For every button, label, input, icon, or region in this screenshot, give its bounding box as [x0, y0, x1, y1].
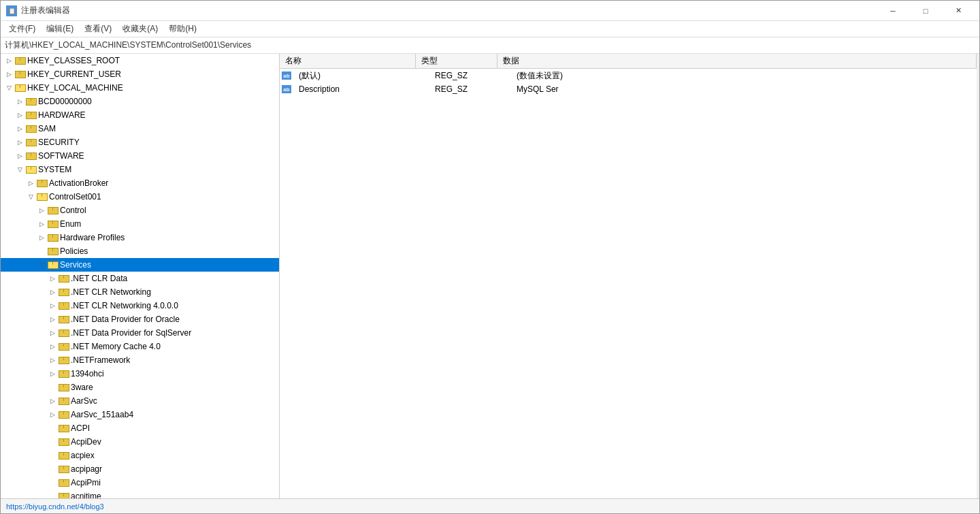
label-netframework: .NETFramework — [71, 355, 130, 365]
tree-item-netclrnet[interactable]: ▷ .NET CLR Networking — [1, 285, 279, 299]
menu-bar: 文件(F) 编辑(E) 查看(V) 收藏夹(A) 帮助(H) — [1, 21, 979, 37]
tree-item-acpipmi[interactable]: AcpiPmi — [1, 476, 279, 489]
label-software: SOFTWARE — [38, 151, 84, 161]
label-activationbroker: ActivationBroker — [49, 178, 108, 188]
expander-system[interactable]: ▽ — [14, 166, 25, 173]
tree-item-acpidev[interactable]: AcpiDev — [1, 435, 279, 449]
expander-activationbroker[interactable]: ▷ — [25, 180, 36, 187]
tree-item-policies[interactable]: Policies — [1, 244, 279, 258]
folder-icon-netmemcache — [58, 342, 69, 351]
menu-help[interactable]: 帮助(H) — [163, 22, 202, 36]
tree-item-enum[interactable]: ▷ Enum — [1, 217, 279, 231]
expander-hkcu[interactable]: ▷ — [3, 71, 14, 78]
folder-icon-3ware — [58, 383, 69, 392]
minimize-button[interactable]: ─ — [877, 1, 909, 21]
tree-item-hkcu[interactable]: ▷ HKEY_CURRENT_USER — [1, 67, 279, 81]
reg-row-default[interactable]: ab (默认) REG_SZ (数值未设置) — [280, 69, 977, 82]
expander-1394ohci[interactable]: ▷ — [47, 370, 58, 377]
right-edge-splitter[interactable] — [977, 54, 979, 498]
expander-hklm[interactable]: ▽ — [3, 84, 14, 91]
tree-item-acpi[interactable]: ACPI — [1, 421, 279, 435]
expander-netclrnet4[interactable]: ▷ — [47, 302, 58, 309]
tree-item-system[interactable]: ▽ SYSTEM — [1, 163, 279, 176]
tree-item-netclrnet4[interactable]: ▷ .NET CLR Networking 4.0.0.0 — [1, 299, 279, 312]
tree-item-activationbroker[interactable]: ▷ ActivationBroker — [1, 176, 279, 190]
tree-item-acnitime[interactable]: acnitime — [1, 489, 279, 498]
tree-item-netmemcache[interactable]: ▷ .NET Memory Cache 4.0 — [1, 340, 279, 353]
tree-item-1394ohci[interactable]: ▷ 1394ohci — [1, 367, 279, 381]
expander-aarsvc151[interactable]: ▷ — [47, 411, 58, 418]
expander-bcd[interactable]: ▷ — [14, 98, 25, 105]
expander-security[interactable]: ▷ — [14, 139, 25, 146]
col-header-name[interactable]: 名称 — [280, 54, 416, 68]
tree-item-netframework[interactable]: ▷ .NETFramework — [1, 353, 279, 367]
reg-cell-desc-name: Description — [293, 83, 429, 95]
expander-services[interactable]: ▽ — [36, 261, 47, 268]
menu-view[interactable]: 查看(V) — [79, 22, 117, 36]
folder-icon-enum — [47, 219, 58, 229]
expander-netdataoracle[interactable]: ▷ — [47, 316, 58, 323]
tree-item-netclrdata[interactable]: ▷ .NET CLR Data — [1, 272, 279, 285]
label-hardware: HARDWARE — [38, 110, 86, 120]
tree-item-hardware[interactable]: ▷ HARDWARE — [1, 108, 279, 122]
folder-icon-1394ohci — [58, 369, 69, 379]
folder-icon-hklm — [14, 83, 25, 93]
expander-controlset001[interactable]: ▽ — [25, 193, 36, 200]
tree-item-bcd[interactable]: ▷ BCD00000000 — [1, 95, 279, 108]
menu-edit[interactable]: 编辑(E) — [41, 22, 79, 36]
tree-item-hklm[interactable]: ▽ HKEY_LOCAL_MACHINE — [1, 81, 279, 95]
tree-item-hkcr[interactable]: ▷ HKEY_CLASSES_ROOT — [1, 54, 279, 67]
tree-item-aarsvc[interactable]: ▷ AarSvc — [1, 394, 279, 408]
label-security: SECURITY — [38, 138, 80, 147]
reg-icon-default: ab — [280, 71, 293, 80]
tree-item-security[interactable]: ▷ SECURITY — [1, 135, 279, 149]
folder-icon-netframework — [58, 355, 69, 365]
tree-item-3ware[interactable]: 3ware — [1, 381, 279, 394]
tree-item-netdatasql[interactable]: ▷ .NET Data Provider for SqlServer — [1, 326, 279, 340]
folder-icon-services — [47, 260, 58, 270]
folder-icon-acpipmi — [58, 478, 69, 487]
expander-netclrnet[interactable]: ▷ — [47, 289, 58, 295]
close-button[interactable]: ✕ — [943, 1, 974, 21]
expander-hardware[interactable]: ▷ — [14, 112, 25, 118]
maximize-button[interactable]: □ — [910, 1, 941, 21]
reg-cell-desc-data: MySQL Ser — [511, 83, 977, 95]
menu-favorites[interactable]: 收藏夹(A) — [117, 22, 163, 36]
expander-netclrdata[interactable]: ▷ — [47, 275, 58, 282]
expander-hkcr[interactable]: ▷ — [3, 57, 14, 64]
folder-icon-hkcr — [14, 56, 25, 65]
tree-item-sam[interactable]: ▷ SAM — [1, 122, 279, 135]
expander-enum[interactable]: ▷ — [36, 221, 47, 227]
tree-item-netdataoracle[interactable]: ▷ .NET Data Provider for Oracle — [1, 312, 279, 326]
expander-netmemcache[interactable]: ▷ — [47, 343, 58, 350]
expander-control[interactable]: ▷ — [36, 207, 47, 214]
menu-file[interactable]: 文件(F) — [3, 22, 41, 36]
tree-item-services[interactable]: ▽ Services — [1, 258, 279, 272]
label-netclrdata: .NET CLR Data — [71, 274, 127, 283]
label-acpiex: acpiex — [71, 451, 95, 460]
tree-item-controlset001[interactable]: ▽ ControlSet001 — [1, 190, 279, 204]
tree-item-control[interactable]: ▷ Control — [1, 204, 279, 217]
expander-netdatasql[interactable]: ▷ — [47, 330, 58, 336]
tree-item-acpipagr[interactable]: acpipagr — [1, 462, 279, 476]
tree-item-acpiex[interactable]: acpiex — [1, 449, 279, 462]
tree-panel[interactable]: ▷ HKEY_CLASSES_ROOT ▷ HKEY_CURRENT_USER … — [1, 54, 280, 498]
expander-hwprofiles[interactable]: ▷ — [36, 234, 47, 241]
reg-row-description[interactable]: ab Description REG_SZ MySQL Ser — [280, 82, 977, 96]
expander-netframework[interactable]: ▷ — [47, 357, 58, 364]
app-icon: 📋 — [6, 5, 17, 16]
col-header-data[interactable]: 数据 — [497, 54, 977, 68]
tree-item-hwprofiles[interactable]: ▷ Hardware Profiles — [1, 231, 279, 244]
folder-icon-acpidev — [58, 437, 69, 447]
expander-software[interactable]: ▷ — [14, 152, 25, 159]
reg-cell-default-name: (默认) — [293, 69, 429, 83]
tree-item-aarsvc151[interactable]: ▷ AarSvc_151aab4 — [1, 408, 279, 421]
col-header-type[interactable]: 类型 — [416, 54, 497, 68]
expander-aarsvc[interactable]: ▷ — [47, 398, 58, 404]
tree-item-software[interactable]: ▷ SOFTWARE — [1, 149, 279, 163]
window: 📋 注册表编辑器 ─ □ ✕ 文件(F) 编辑(E) 查看(V) 收藏夹(A) … — [0, 0, 980, 514]
title-bar-controls: ─ □ ✕ — [877, 1, 974, 21]
folder-icon-netclrnet4 — [58, 301, 69, 310]
label-sam: SAM — [38, 124, 56, 133]
expander-sam[interactable]: ▷ — [14, 125, 25, 132]
